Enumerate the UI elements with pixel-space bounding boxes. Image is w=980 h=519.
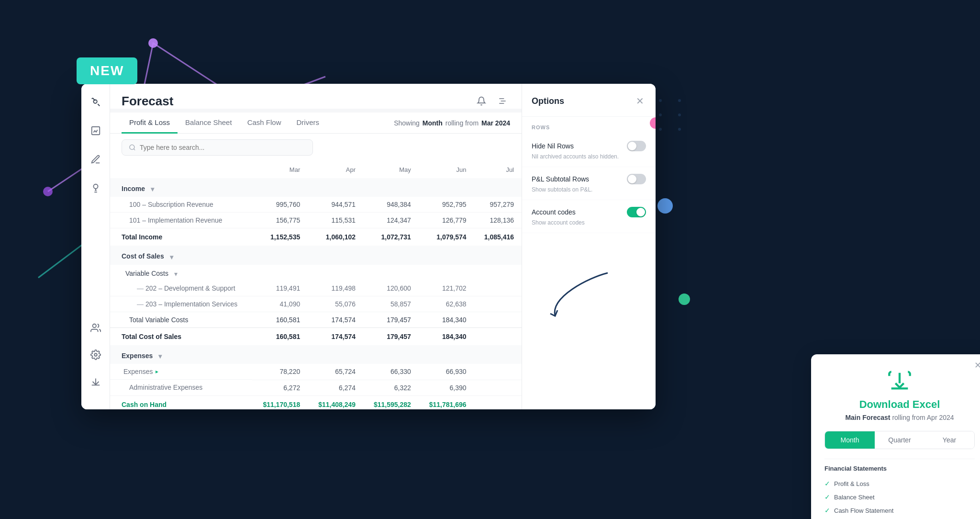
- option-pl-subtotal: P&L Subtotal Rows Show subtotals on P&L.: [522, 167, 656, 200]
- modal-close-button[interactable]: ✕: [974, 360, 980, 371]
- option-hide-nil: Hide Nil Rows Nil archived accounts also…: [522, 134, 656, 167]
- hide-nil-toggle[interactable]: [627, 141, 646, 151]
- income-section-header: Income ▾: [110, 178, 522, 197]
- options-title: Options: [532, 96, 564, 106]
- total-variable-costs-row: Total Variable Costs 160,581 174,574 179…: [110, 312, 522, 327]
- period-tab-month[interactable]: Month: [825, 431, 875, 449]
- svg-point-5: [657, 198, 673, 214]
- download-excel-modal: ✕ Download Excel Main Forecast rolling f…: [811, 354, 980, 519]
- page-title: Forecast: [122, 94, 173, 109]
- expenses-section-header: Expenses ▾: [110, 345, 522, 364]
- date-label: Mar 2024: [481, 119, 510, 127]
- svg-point-22: [92, 324, 96, 327]
- option-account-codes: Account codes Show account codes: [522, 200, 656, 233]
- svg-point-21: [93, 184, 98, 189]
- pl-subtotal-toggle[interactable]: [627, 174, 646, 184]
- modal-download-icon: [824, 368, 975, 393]
- col-jul: Jul: [474, 161, 522, 178]
- table-row: 101 – Implementation Revenue 156,775 115…: [110, 213, 522, 228]
- fs-item-pl: ✓ Profit & Loss: [824, 477, 975, 490]
- modal-subtitle: Main Forecast rolling from Apr 2024: [824, 414, 975, 421]
- col-jun: Jun: [419, 161, 474, 178]
- svg-point-13: [659, 113, 662, 116]
- options-section-rows: ROWS Hide Nil Rows Nil archived accounts…: [522, 117, 656, 237]
- account-codes-toggle[interactable]: [627, 207, 646, 217]
- sidebar-icon-chart[interactable]: [87, 122, 104, 139]
- notification-button[interactable]: [474, 93, 489, 109]
- sidebar-icon-edit[interactable]: [87, 151, 104, 168]
- fs-item-bs: ✓ Balance Sheet: [824, 490, 975, 504]
- fs-title: Financial Statements: [824, 465, 975, 472]
- period-label: Month: [423, 119, 443, 127]
- options-panel: Options ✕ ROWS Hide Nil Rows Nil archive…: [522, 84, 656, 409]
- options-rows-label: ROWS: [522, 121, 656, 134]
- sidebar-icon-download[interactable]: [87, 373, 104, 390]
- table-row: 100 – Subscription Revenue 995,760 944,5…: [110, 197, 522, 213]
- table-row: —202 – Development & Support 119,491 119…: [110, 281, 522, 296]
- svg-point-6: [679, 293, 690, 305]
- svg-rect-20: [91, 127, 100, 135]
- table-row: Administrative Expenses 6,272 6,274 6,32…: [110, 380, 522, 395]
- search-input[interactable]: [140, 144, 306, 151]
- svg-point-23: [94, 353, 97, 356]
- table-wrap: Mar Apr May Jun Jul Income ▾: [110, 161, 522, 409]
- tabs: Profit & Loss Balance Sheet Cash Flow Dr…: [110, 113, 522, 134]
- fs-item-cf: ✓ Cash Flow Statement: [824, 504, 975, 517]
- table-row: Expenses ▸ 78,220 65,724 66,330 66,930: [110, 364, 522, 380]
- header-actions: [474, 93, 510, 109]
- financial-statements: Financial Statements ✓ Profit & Loss ✓ B…: [824, 459, 975, 517]
- svg-point-27: [130, 145, 134, 149]
- pl-check-icon: ✓: [824, 480, 830, 487]
- income-collapse-icon[interactable]: ▾: [151, 185, 154, 193]
- total-cos-row: Total Cost of Sales 160,581 174,574 179,…: [110, 327, 522, 345]
- variable-costs-header: Variable Costs ▾: [110, 265, 522, 281]
- sidebar-icon-bulb[interactable]: [87, 180, 104, 197]
- svg-point-1: [43, 187, 53, 196]
- search-icon: [129, 144, 136, 151]
- options-header: Options ✕: [522, 84, 656, 117]
- cos-collapse-icon[interactable]: ▾: [170, 253, 173, 261]
- cos-section-header: Cost of Sales ▾: [110, 246, 522, 264]
- new-badge: NEW: [77, 57, 137, 84]
- sidebar-icon-people[interactable]: [87, 319, 104, 337]
- search-bar: [110, 134, 522, 161]
- svg-point-18: [678, 128, 681, 131]
- modal-title: Download Excel: [824, 398, 975, 411]
- svg-point-9: [659, 99, 662, 102]
- svg-point-10: [678, 99, 681, 102]
- tab-cash-flow[interactable]: Cash Flow: [240, 113, 289, 134]
- showing-info: Showing Month rolling from Mar 2024: [394, 119, 510, 127]
- options-close-button[interactable]: ✕: [634, 93, 646, 109]
- financial-table: Mar Apr May Jun Jul Income ▾: [110, 161, 522, 409]
- search-wrap: [122, 139, 313, 156]
- bs-check-icon: ✓: [824, 493, 830, 501]
- main-content: Forecast Profit & Loss Balance Sheet: [110, 84, 522, 409]
- table-row: —203 – Implementation Services 41,090 55…: [110, 296, 522, 312]
- period-tab-year[interactable]: Year: [924, 431, 974, 449]
- period-tabs: Month Quarter Year: [824, 431, 975, 449]
- vc-collapse-icon[interactable]: ▾: [174, 270, 178, 278]
- tab-balance-sheet[interactable]: Balance Sheet: [178, 113, 240, 134]
- total-income-row: Total Income 1,152,535 1,060,102 1,072,7…: [110, 228, 522, 246]
- tab-profit-loss[interactable]: Profit & Loss: [122, 113, 178, 134]
- expenses-collapse-icon[interactable]: ▾: [158, 352, 162, 360]
- sidebar: [81, 84, 110, 409]
- svg-point-14: [678, 113, 681, 116]
- tab-drivers[interactable]: Drivers: [289, 113, 327, 134]
- sidebar-icon-settings[interactable]: [87, 346, 104, 363]
- cf-check-icon: ✓: [824, 507, 830, 514]
- cash-on-hand-row: Cash on Hand $11,170,518 $11,408,249 $11…: [110, 395, 522, 409]
- col-name-header: [110, 161, 252, 178]
- col-apr: Apr: [308, 161, 363, 178]
- period-tab-quarter[interactable]: Quarter: [875, 431, 924, 449]
- svg-point-0: [148, 38, 158, 48]
- svg-point-17: [659, 128, 662, 131]
- header: Forecast: [110, 84, 522, 109]
- sidebar-icon-telescope[interactable]: [87, 93, 104, 111]
- col-mar: Mar: [252, 161, 308, 178]
- col-may: May: [363, 161, 419, 178]
- filter-button[interactable]: [495, 93, 510, 109]
- app-container: Forecast Profit & Loss Balance Sheet: [81, 84, 656, 409]
